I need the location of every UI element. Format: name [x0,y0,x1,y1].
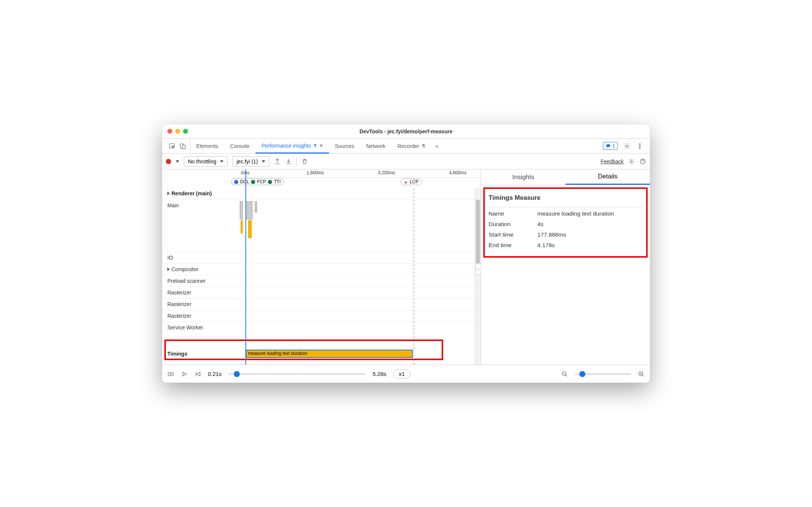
tab-recorder[interactable]: Recorder⚗ [391,139,432,153]
tab-elements[interactable]: Elements [190,139,224,153]
kebab-menu-icon[interactable] [636,143,643,149]
zoom-in-icon[interactable] [638,371,645,377]
slider-thumb[interactable] [579,371,585,377]
record-button[interactable] [166,159,171,164]
time-ruler[interactable]: 0ms 1,600ms 3,200ms 4,800ms [235,169,481,178]
lcp-pill[interactable]: ▲LCP [400,178,422,185]
svg-point-10 [170,373,171,374]
issues-badge[interactable]: 1 [603,142,618,150]
close-tab-icon[interactable]: × [319,142,323,149]
chevron-down-icon [262,160,265,163]
main-thread-activity[interactable] [240,201,260,250]
caret-right-icon [167,192,170,195]
web-vitals-lane: DCL FCP TTI ▲LCP [235,178,481,188]
detail-row-end-time: End time4.178s [489,239,642,249]
annotation-highlight: Timings Measure Namemeasure loading text… [483,187,648,258]
tti-marker-icon [268,180,272,184]
marker-line [414,188,414,365]
perf-toolbar: No throttling jec.fyi (1) Feedback [162,154,650,169]
window-title: DevTools - jec.fyi/demo/perf-measure [162,128,650,134]
playhead[interactable] [245,169,246,365]
tab-network[interactable]: Network [360,139,391,153]
import-icon[interactable] [285,158,292,165]
track-service-worker[interactable]: Service Worker [162,322,235,333]
traffic-lights [167,129,188,134]
track-main[interactable]: Main [162,199,235,211]
caret-right-icon [167,267,170,271]
timeline-pane[interactable]: 0ms 1,600ms 3,200ms 4,800ms DCL FCP TTI … [162,169,481,365]
inspect-element-icon[interactable] [169,143,176,149]
export-icon[interactable] [274,158,281,165]
dcl-marker-icon [234,180,238,184]
track-rasterizer[interactable]: Rasterizer [162,310,235,322]
slider-thumb[interactable] [234,371,240,377]
devtools-tabstrip: Elements Console Performance insights ⚗ … [162,139,650,154]
experiment-icon: ⚗ [421,143,426,149]
svg-point-4 [639,143,641,145]
tab-insights[interactable]: Insights [481,169,565,185]
device-toolbar-icon[interactable] [179,143,186,149]
track-renderer[interactable]: Renderer (main) [162,188,235,199]
help-icon[interactable] [639,158,646,165]
feedback-link[interactable]: Feedback [601,158,624,164]
separator [296,157,297,166]
svg-point-3 [626,145,628,147]
devtools-window: DevTools - jec.fyi/demo/perf-measure Ele… [162,124,650,383]
titlebar: DevTools - jec.fyi/demo/perf-measure [162,124,650,139]
svg-rect-2 [182,145,185,149]
experiment-icon: ⚗ [313,143,317,148]
svg-point-7 [631,160,633,162]
rewind-icon[interactable] [194,371,201,377]
settings-icon[interactable] [624,143,630,149]
ruler-tick: 4,800ms [449,170,466,175]
track-compositor[interactable]: Compositor [162,264,235,275]
svg-point-6 [639,147,641,148]
sidebar-expand-handle[interactable]: › [476,263,481,275]
issue-icon [606,143,611,149]
tab-console[interactable]: Console [224,139,255,153]
svg-point-5 [639,145,641,146]
track-area[interactable]: https://jec.fyi/demo/perf-measure Render… [162,188,481,365]
ruler-tick: 3,200ms [378,170,395,175]
maximize-window-icon[interactable] [183,129,188,134]
detail-row-duration: Duration4s [489,218,642,228]
details-pane: Insights Details Timings Measure Namemea… [481,169,650,365]
details-title: Timings Measure [489,192,642,207]
toggle-preview-icon[interactable] [167,371,174,377]
playback-footer: 0.21s 5.28s x1 [162,365,650,383]
tab-sources[interactable]: Sources [329,139,360,153]
recording-select[interactable]: jec.fyi (1) [232,156,269,167]
throttling-select[interactable]: No throttling [184,156,228,167]
detail-row-name: Namemeasure loading text duration [489,207,642,218]
tab-details[interactable]: Details [565,169,650,185]
vitals-pill[interactable]: DCL FCP TTI [231,178,284,185]
end-time-label: 5.28s [373,371,386,377]
delete-icon[interactable] [301,158,308,165]
zoom-out-icon[interactable] [561,371,568,377]
zoom-slider[interactable] [575,373,631,375]
lcp-warning-icon: ▲ [404,180,408,184]
ruler-tick: 1,600ms [307,170,324,175]
fcp-marker-icon [251,180,255,184]
track-preload-scanner[interactable]: Preload scanner [162,275,235,287]
time-slider[interactable] [229,373,366,375]
annotation-highlight [164,340,443,360]
playback-speed-button[interactable]: x1 [393,369,411,379]
panel-body: 0ms 1,600ms 3,200ms 4,800ms DCL FCP TTI … [162,169,650,365]
chevron-down-icon [220,160,224,163]
panel-settings-icon[interactable] [628,158,635,165]
record-menu-button[interactable] [176,160,179,163]
track-rasterizer[interactable]: Rasterizer [162,287,235,299]
tab-performance-insights[interactable]: Performance insights ⚗ × [256,139,329,154]
vertical-scrollbar[interactable] [475,188,481,365]
play-icon[interactable] [181,371,188,377]
track-rasterizer[interactable]: Rasterizer [162,299,235,310]
more-tabs-button[interactable]: » [432,139,442,153]
detail-row-start-time: Start time177.886ms [489,228,642,239]
minimize-window-icon[interactable] [175,129,180,134]
track-io[interactable]: IO [162,252,235,264]
close-window-icon[interactable] [167,129,172,134]
start-time-label: 0.21s [208,371,222,377]
